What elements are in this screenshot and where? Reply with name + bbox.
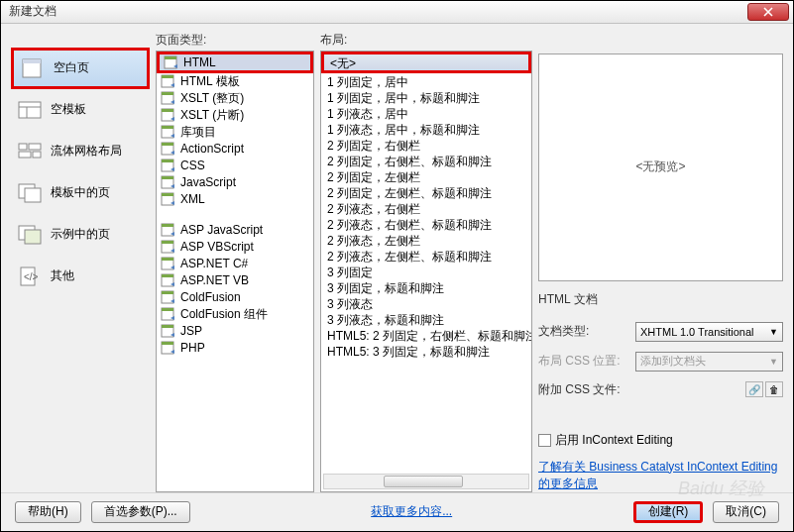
file-type-icon xyxy=(161,125,176,139)
page-from-template-icon xyxy=(17,182,43,204)
svg-rect-48 xyxy=(162,342,173,345)
layout-item[interactable]: 2 列固定，右侧栏、标题和脚注 xyxy=(321,153,531,168)
svg-rect-34 xyxy=(162,224,173,227)
sidebar-item-blank-page[interactable]: 空白页 xyxy=(11,48,150,89)
page-type-item[interactable]: HTML xyxy=(157,52,313,73)
layout-item[interactable]: 3 列固定 xyxy=(321,264,531,279)
attach-css-label: 附加 CSS 文件: xyxy=(538,381,629,398)
page-type-item[interactable]: CSS xyxy=(157,158,313,174)
layout-item[interactable]: 2 列液态，右侧栏 xyxy=(321,200,531,216)
close-button[interactable] xyxy=(747,3,789,21)
page-type-label: ActionScript xyxy=(180,142,244,156)
file-type-icon xyxy=(161,223,176,237)
page-type-item[interactable]: HTML 模板 xyxy=(157,73,313,90)
page-type-item[interactable]: ASP.NET VB xyxy=(157,272,313,289)
sidebar-item-other[interactable]: </>其他 xyxy=(11,256,150,297)
preview-box: <无预览> xyxy=(538,53,783,281)
right-panel: <无预览> HTML 文档 文档类型: XHTML 1.0 Transition… xyxy=(538,32,783,492)
file-type-icon xyxy=(161,159,176,172)
page-type-label: ColdFusion xyxy=(180,290,241,304)
create-button[interactable]: 创建(R) xyxy=(633,501,704,523)
page-types-column: 页面类型: HTMLHTML 模板XSLT (整页)XSLT (片断)库项目Ac… xyxy=(156,32,314,492)
layout-item[interactable]: 2 列固定，右侧栏 xyxy=(321,137,531,153)
file-type-icon xyxy=(161,175,176,189)
svg-rect-38 xyxy=(162,258,173,261)
doctype-row: 文档类型: XHTML 1.0 Transitional ▼ xyxy=(538,322,783,342)
layout-item[interactable]: 3 列液态 xyxy=(321,295,531,311)
layout-item[interactable]: <无> xyxy=(321,52,531,73)
layout-item[interactable]: 1 列液态，居中，标题和脚注 xyxy=(321,121,531,137)
svg-rect-10 xyxy=(25,188,41,202)
page-type-item[interactable]: JSP xyxy=(157,323,313,340)
page-type-item[interactable]: 库项目 xyxy=(157,124,313,141)
svg-rect-46 xyxy=(162,325,173,328)
svg-rect-16 xyxy=(165,56,176,59)
layouts-list[interactable]: <无>1 列固定，居中1 列固定，居中，标题和脚注1 列液态，居中1 列液态，居… xyxy=(320,51,532,492)
scrollbar-thumb[interactable] xyxy=(384,476,463,487)
file-type-icon xyxy=(161,74,176,88)
file-type-icon xyxy=(164,55,179,69)
file-type-icon xyxy=(161,257,176,270)
file-type-icon xyxy=(161,290,176,304)
titlebar: 新建文档 xyxy=(1,1,793,24)
scrollbar-horizontal[interactable] xyxy=(323,474,529,489)
layout-item[interactable]: 2 列液态，左侧栏、标题和脚注 xyxy=(321,248,531,264)
svg-rect-6 xyxy=(29,144,41,150)
page-type-item[interactable]: ActionScript xyxy=(157,141,313,158)
page-type-item[interactable]: XSLT (片断) xyxy=(157,107,313,124)
get-more-content-link[interactable]: 获取更多内容... xyxy=(371,503,452,520)
svg-rect-12 xyxy=(25,230,41,244)
doctype-value: XHTML 1.0 Transitional xyxy=(640,326,754,338)
page-type-label: ASP.NET C# xyxy=(180,257,248,270)
layout-item[interactable]: 2 列固定，左侧栏 xyxy=(321,168,531,184)
sidebar-item-label: 模板中的页 xyxy=(51,184,110,201)
page-type-label: XSLT (片断) xyxy=(180,107,244,124)
svg-rect-1 xyxy=(23,59,41,63)
attach-css-remove-button[interactable]: 🗑 xyxy=(765,381,783,397)
page-type-item[interactable]: PHP xyxy=(157,340,313,357)
svg-rect-26 xyxy=(162,143,173,146)
page-type-label: ColdFusion 组件 xyxy=(180,306,268,323)
layout-item[interactable]: 2 列液态，右侧栏、标题和脚注 xyxy=(321,216,531,232)
sidebar-item-page-from-template[interactable]: 模板中的页 xyxy=(11,172,150,214)
page-type-label: PHP xyxy=(180,341,205,355)
incontext-learn-more-link[interactable]: 了解有关 Business Catalyst InContext Editing… xyxy=(538,459,783,492)
sidebar-item-label: 流体网格布局 xyxy=(51,143,122,160)
sidebar-item-page-from-sample[interactable]: 示例中的页 xyxy=(11,214,150,256)
layout-item[interactable]: HTML5: 2 列固定，右侧栏、标题和脚注 xyxy=(321,327,531,343)
layout-item[interactable]: 3 列液态，标题和脚注 xyxy=(321,311,531,327)
page-type-item[interactable]: XML xyxy=(157,191,313,208)
page-type-item[interactable]: ASP VBScript xyxy=(157,239,313,256)
page-type-item[interactable]: ColdFusion 组件 xyxy=(157,306,313,323)
layout-item[interactable]: 1 列液态，居中 xyxy=(321,105,531,121)
layout-item[interactable]: HTML5: 3 列固定，标题和脚注 xyxy=(321,343,531,359)
sidebar-item-label: 其他 xyxy=(51,267,74,284)
link-icon: 🔗 xyxy=(748,384,760,395)
sidebar-item-blank-template[interactable]: 空模板 xyxy=(11,89,150,131)
preferences-button[interactable]: 首选参数(P)... xyxy=(91,501,190,523)
layouts-column: 布局: <无>1 列固定，居中1 列固定，居中，标题和脚注1 列液态，居中1 列… xyxy=(320,32,532,492)
layout-item[interactable]: 2 列液态，左侧栏 xyxy=(321,232,531,248)
sidebar-item-label: 空白页 xyxy=(54,59,89,76)
page-type-item[interactable]: JavaScript xyxy=(157,174,313,191)
doctype-select[interactable]: XHTML 1.0 Transitional ▼ xyxy=(635,322,783,342)
layout-item[interactable]: 2 列固定，左侧栏、标题和脚注 xyxy=(321,184,531,200)
cancel-button[interactable]: 取消(C) xyxy=(713,501,779,523)
page-type-item[interactable]: ASP.NET C# xyxy=(157,256,313,272)
blank-page-icon xyxy=(20,57,46,79)
help-button[interactable]: 帮助(H) xyxy=(15,501,81,523)
incontext-checkbox[interactable] xyxy=(538,434,551,447)
page-type-item[interactable]: XSLT (整页) xyxy=(157,90,313,107)
page-types-list[interactable]: HTMLHTML 模板XSLT (整页)XSLT (片断)库项目ActionSc… xyxy=(156,51,314,492)
page-type-item[interactable]: ColdFusion xyxy=(157,289,313,306)
layout-item[interactable]: 1 列固定，居中 xyxy=(321,73,531,89)
layout-item[interactable]: 1 列固定，居中，标题和脚注 xyxy=(321,89,531,105)
page-type-item[interactable]: ASP JavaScript xyxy=(157,222,313,239)
sidebar: 空白页空模板流体网格布局模板中的页示例中的页</>其他 xyxy=(11,32,150,492)
layout-item[interactable]: 3 列固定，标题和脚注 xyxy=(321,279,531,295)
incontext-label: 启用 InContext Editing xyxy=(555,432,673,449)
attach-css-link-button[interactable]: 🔗 xyxy=(745,381,763,397)
svg-rect-42 xyxy=(162,291,173,294)
sidebar-item-fluid-grid[interactable]: 流体网格布局 xyxy=(11,131,150,172)
svg-rect-7 xyxy=(19,152,31,158)
